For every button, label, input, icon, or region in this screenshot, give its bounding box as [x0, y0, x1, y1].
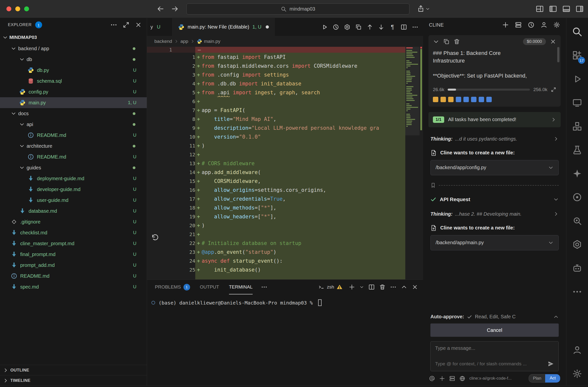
previous-change-icon[interactable]: [367, 24, 373, 30]
copy-task-icon[interactable]: [443, 39, 450, 45]
next-change-icon[interactable]: [378, 24, 384, 30]
tree-item[interactable]: cline_master_prompt.mdU: [0, 238, 147, 249]
toggle-panel-icon[interactable]: [562, 5, 570, 13]
file-path-config[interactable]: /backend/app/config.py: [430, 160, 559, 175]
act-button[interactable]: Act: [545, 374, 560, 383]
checkpoint-square[interactable]: [463, 97, 469, 102]
customize-layout-icon[interactable]: [536, 5, 544, 13]
share-chevron-icon[interactable]: [425, 7, 430, 11]
timeline-section[interactable]: TIMELINE: [0, 375, 147, 386]
timeline-icon[interactable]: [333, 24, 339, 30]
model-selector[interactable]: cline:x-ai/grok-code-f...: [469, 376, 512, 381]
activity-openai[interactable]: [566, 233, 588, 256]
tree-item[interactable]: user-guide.mdU: [0, 195, 147, 205]
command-center[interactable]: mindmap03: [186, 3, 409, 15]
tree-item[interactable]: README.mdU: [0, 151, 147, 162]
activity-settings[interactable]: [566, 362, 588, 386]
tree-item[interactable]: api: [0, 119, 147, 130]
new-task-icon[interactable]: [502, 21, 509, 28]
activity-extension-a[interactable]: [566, 185, 588, 209]
tree-item[interactable]: README.mdU: [0, 271, 147, 281]
mention-icon[interactable]: [429, 375, 435, 382]
outline-section[interactable]: OUTLINE: [0, 365, 147, 375]
panel-tabs-more-icon[interactable]: [261, 284, 267, 290]
thinking-row-2[interactable]: Thinking: ...hase 2. ## Developing main.: [430, 211, 559, 217]
activity-extensions[interactable]: 17: [566, 43, 588, 67]
activity-copilot[interactable]: [566, 162, 588, 185]
close-task-icon[interactable]: [550, 39, 556, 45]
activity-remote[interactable]: [566, 91, 588, 115]
views-more-icon[interactable]: [110, 21, 117, 28]
mcp-servers-icon[interactable]: [515, 21, 522, 28]
checkpoint-square[interactable]: [456, 97, 461, 102]
open-changes-icon[interactable]: [355, 24, 362, 30]
web-icon[interactable]: [459, 375, 465, 382]
tree-item[interactable]: architecture: [0, 141, 147, 151]
dirty-indicator[interactable]: [266, 25, 269, 29]
run-file-icon[interactable]: [321, 24, 328, 30]
breadcrumb-backend[interactable]: backend: [154, 39, 172, 44]
terminal-more-icon[interactable]: [390, 284, 397, 290]
tree-item[interactable]: guides: [0, 162, 147, 173]
activity-robot[interactable]: [566, 256, 588, 280]
activity-search[interactable]: [566, 20, 588, 43]
tree-item[interactable]: main.py1, U: [0, 97, 147, 108]
account-icon[interactable]: [541, 21, 547, 28]
tab-partial[interactable]: y U: [147, 18, 173, 36]
tree-item[interactable]: .gitignoreU: [0, 216, 147, 227]
activity-extension-b[interactable]: [566, 209, 588, 233]
history-icon[interactable]: [528, 21, 535, 28]
activity-more[interactable]: [566, 280, 588, 304]
split-terminal-icon[interactable]: [368, 284, 375, 290]
tree-item[interactable]: config.pyU: [0, 86, 147, 97]
tree-item[interactable]: developer-guide.mdU: [0, 184, 147, 195]
whitespace-icon[interactable]: ¶: [391, 24, 394, 31]
close-panel-icon[interactable]: [412, 284, 418, 290]
zoom-window-button[interactable]: [24, 6, 29, 11]
file-path-main[interactable]: /backend/app/main.py: [430, 235, 559, 250]
auto-approve-row[interactable]: Auto-approve: Read, Edit, Safe C: [430, 314, 559, 320]
forward-icon[interactable]: [171, 5, 179, 13]
card-scrollbar[interactable]: [557, 47, 559, 62]
tree-item[interactable]: final_prompt.mdU: [0, 249, 147, 260]
back-icon[interactable]: [157, 5, 164, 13]
tree-item[interactable]: schema.sqlU: [0, 76, 147, 86]
cancel-button[interactable]: Cancel: [430, 324, 559, 337]
activity-accounts[interactable]: [566, 338, 588, 362]
delete-task-icon[interactable]: [454, 39, 460, 45]
close-window-button[interactable]: [6, 6, 11, 11]
checkpoint-square[interactable]: [433, 97, 438, 102]
terminal-dropdown-icon[interactable]: [359, 284, 364, 290]
kill-terminal-icon[interactable]: [379, 284, 386, 290]
editor-more-icon[interactable]: [412, 24, 418, 30]
settings-icon[interactable]: [553, 21, 560, 28]
tasks-complete-banner[interactable]: 1/1 All tasks have been completed!: [428, 112, 561, 127]
activity-run[interactable]: [566, 67, 588, 91]
split-editor-icon[interactable]: [401, 24, 407, 30]
servers-icon[interactable]: [449, 375, 455, 382]
tree-item[interactable]: database.mdU: [0, 205, 147, 216]
collapse-task-icon[interactable]: [433, 39, 439, 45]
minimize-window-button[interactable]: [15, 6, 20, 11]
tab-main-py[interactable]: main.py: New File (Editable) 1, U: [173, 18, 274, 36]
tree-item[interactable]: db: [0, 54, 147, 65]
tree-root-mindmap03[interactable]: MINDMAP03: [0, 32, 147, 43]
checkpoint-square[interactable]: [486, 97, 492, 102]
checkpoint-square[interactable]: [448, 97, 454, 102]
share-icon[interactable]: [417, 5, 424, 13]
terminal-body[interactable]: (base) danielkliewer@Daniels-MacBook-Pro…: [147, 294, 423, 306]
checkpoint-square[interactable]: [479, 97, 484, 102]
tree-item[interactable]: checklist.mdU: [0, 227, 147, 238]
api-request-row[interactable]: API Request: [430, 196, 559, 202]
checkpoint-square[interactable]: [441, 97, 446, 102]
minimap[interactable]: [405, 47, 420, 279]
checkpoint-separator[interactable]: [430, 183, 559, 188]
message-input[interactable]: Type a message... Type @ for context, / …: [430, 341, 559, 371]
breadcrumb-app[interactable]: app: [181, 39, 188, 44]
send-icon[interactable]: [548, 361, 554, 367]
tree-item[interactable]: README.mdU: [0, 130, 147, 141]
toggle-primary-sidebar-icon[interactable]: [549, 5, 557, 13]
tab-output[interactable]: OUTPUT: [200, 280, 219, 294]
tab-problems[interactable]: PROBLEMS 1: [155, 280, 190, 294]
maximize-panel-icon[interactable]: [401, 284, 407, 290]
